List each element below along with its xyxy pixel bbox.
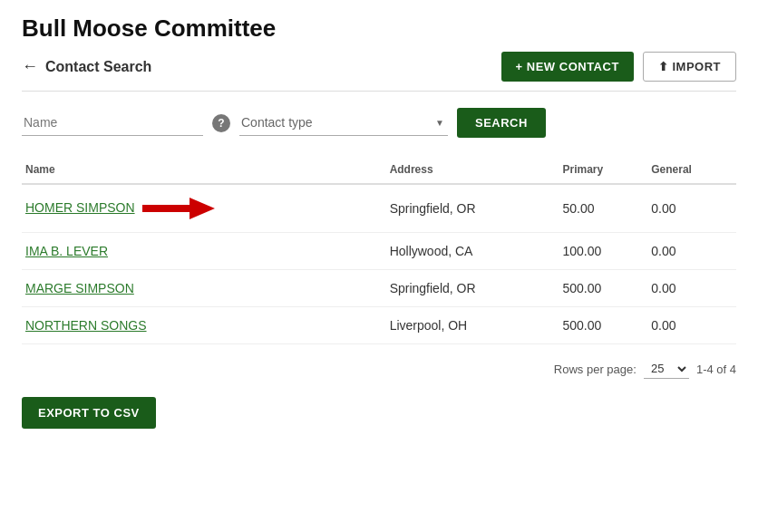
- cell-address: Springfield, OR: [386, 270, 559, 307]
- contact-name-link[interactable]: MARGE SIMPSON: [25, 281, 134, 295]
- import-button[interactable]: ⬆ IMPORT: [643, 52, 736, 82]
- search-button[interactable]: SEARCH: [457, 108, 546, 138]
- header-actions: + NEW CONTACT ⬆ IMPORT: [501, 52, 736, 82]
- contact-type-wrapper: Contact type: [239, 110, 448, 136]
- contacts-table: Name Address Primary General HOMER SIMPS…: [22, 156, 736, 344]
- cell-name: IMA B. LEVER: [22, 233, 386, 270]
- header-bar: ← Contact Search + NEW CONTACT ⬆ IMPORT: [22, 52, 736, 92]
- contact-name-link[interactable]: NORTHERN SONGS: [25, 318, 147, 333]
- pagination-range: 1-4 of 4: [696, 363, 736, 376]
- help-icon[interactable]: ?: [212, 114, 230, 132]
- col-address: Address: [386, 156, 559, 184]
- new-contact-button[interactable]: + NEW CONTACT: [501, 52, 634, 82]
- table-row: HOMER SIMPSON Springfield, OR50.000.00: [22, 184, 736, 233]
- export-csv-button[interactable]: EXPORT TO CSV: [22, 397, 156, 429]
- section-title: Contact Search: [45, 59, 151, 75]
- cell-address: Liverpool, OH: [386, 307, 559, 344]
- col-name: Name: [22, 156, 386, 184]
- cell-primary: 50.00: [559, 184, 648, 233]
- contact-type-select[interactable]: Contact type: [239, 110, 448, 136]
- table-header: Name Address Primary General: [22, 156, 736, 184]
- col-primary: Primary: [559, 156, 648, 184]
- cell-general: 0.00: [647, 270, 736, 307]
- table-row: IMA B. LEVERHollywood, CA100.000.00: [22, 233, 736, 270]
- cell-name: MARGE SIMPSON: [22, 270, 386, 307]
- header-left: ← Contact Search: [22, 57, 151, 76]
- cell-primary: 100.00: [559, 233, 648, 270]
- cell-name: NORTHERN SONGS: [22, 307, 386, 344]
- rows-per-page-select[interactable]: 25 50 100: [644, 359, 689, 379]
- table-row: MARGE SIMPSONSpringfield, OR500.000.00: [22, 270, 736, 307]
- rows-per-page-label: Rows per page:: [554, 363, 637, 376]
- table-body: HOMER SIMPSON Springfield, OR50.000.00IM…: [22, 184, 736, 344]
- col-general: General: [647, 156, 736, 184]
- cell-primary: 500.00: [559, 270, 648, 307]
- search-bar: ? Contact type SEARCH: [22, 108, 736, 138]
- cell-name: HOMER SIMPSON: [22, 184, 386, 233]
- svg-marker-0: [142, 198, 215, 219]
- search-name-input[interactable]: [22, 110, 203, 136]
- cell-general: 0.00: [647, 233, 736, 270]
- table-row: NORTHERN SONGSLiverpool, OH500.000.00: [22, 307, 736, 344]
- cell-address: Springfield, OR: [386, 184, 559, 233]
- pagination-row: Rows per page: 25 50 100 1-4 of 4: [22, 359, 736, 379]
- cell-primary: 500.00: [559, 307, 648, 344]
- cell-general: 0.00: [647, 184, 736, 233]
- cell-general: 0.00: [647, 307, 736, 344]
- contact-name-link[interactable]: HOMER SIMPSON: [25, 200, 135, 215]
- back-button[interactable]: ←: [22, 57, 38, 76]
- arrow-indicator: [135, 200, 215, 215]
- page-title: Bull Moose Committee: [22, 15, 736, 43]
- cell-address: Hollywood, CA: [386, 233, 559, 270]
- contact-name-link[interactable]: IMA B. LEVER: [25, 244, 108, 258]
